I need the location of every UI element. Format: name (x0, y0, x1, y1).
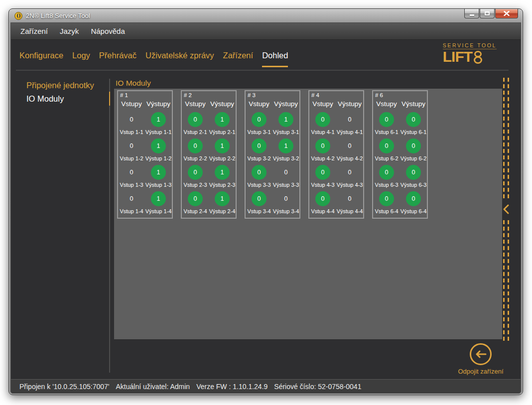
green-indicator-circle: 0 (252, 191, 266, 206)
app-icon (14, 12, 22, 20)
output-value: 1 (209, 110, 236, 129)
module-id: # 4 (309, 91, 363, 99)
input-label: Vstup 2-2 (182, 155, 209, 163)
outputs-column-header: Výstupy (272, 99, 299, 110)
tab-logy[interactable]: Logy (72, 51, 90, 67)
menu-bar: ZařízeníJazykNápověda (11, 23, 521, 40)
output-value: 0 (336, 136, 363, 155)
green-indicator-circle: 0 (188, 165, 203, 180)
inputs-column-header: Vstupy (118, 99, 145, 110)
output-label: Výstup 6-2 (400, 155, 427, 163)
green-indicator-circle: 1 (215, 112, 230, 127)
logo-eight-icon (474, 51, 482, 64)
outputs-column-header: Výstupy (209, 99, 236, 110)
output-value: 0 (400, 163, 427, 181)
input-value: 0 (182, 163, 209, 181)
status-segment: Sériové číslo: 52-0758-0041 (274, 383, 361, 391)
output-label: Výstup 2-3 (209, 181, 236, 189)
status-segment: Aktuální uživatel: Admin (116, 383, 190, 391)
right-panel-collapse-handle[interactable] (503, 78, 511, 343)
input-value: 0 (246, 136, 272, 155)
menu-n-pov-da[interactable]: Nápověda (85, 23, 131, 39)
minimize-button[interactable] (464, 9, 479, 18)
close-button[interactable] (495, 9, 518, 18)
sidebar-active-indicator (109, 92, 110, 106)
chevron-left-icon[interactable] (502, 200, 510, 220)
outputs-column-header: Výstupy (336, 99, 363, 110)
output-value: 1 (272, 110, 299, 129)
output-value: 1 (145, 110, 172, 129)
sidebar-divider (109, 79, 110, 373)
lift8-logo: SERVICE TOOL LIFT (443, 42, 497, 64)
input-label: Vstup 1-1 (118, 129, 145, 136)
input-label: Vstup 3-2 (246, 155, 272, 163)
input-label: Vstup 2-3 (182, 181, 209, 189)
module-id: # 2 (182, 91, 236, 99)
menu-jazyk[interactable]: Jazyk (54, 23, 85, 39)
green-indicator-circle: 1 (278, 112, 293, 127)
green-indicator-circle: 0 (406, 191, 421, 206)
input-label: Vstup 4-3 (309, 181, 336, 189)
green-indicator-circle: 1 (151, 165, 166, 180)
input-value: 0 (309, 163, 336, 181)
tab-konfigurace[interactable]: Konfigurace (19, 51, 63, 67)
input-value: 0 (246, 163, 272, 181)
minimize-icon (470, 14, 474, 16)
window-controls (464, 9, 518, 18)
output-value: 1 (145, 136, 172, 155)
input-label: Vstup 3-1 (246, 129, 272, 136)
tab-u-ivatelsk-zpr-vy[interactable]: Uživatelské zprávy (145, 51, 214, 67)
io-module-card: # 2 VstupyVýstupy01Vstup 2-1Výstup 2-101… (181, 90, 237, 219)
output-label: Výstup 4-1 (336, 129, 363, 136)
maximize-icon (485, 11, 490, 15)
green-indicator-circle: 0 (252, 138, 266, 153)
sidebar-item-io-moduly[interactable]: IO Moduly (26, 92, 94, 106)
tab-separator (16, 70, 509, 71)
io-module-card: # 4 VstupyVýstupy00Vstup 4-1Výstup 4-100… (308, 90, 364, 219)
green-indicator-circle: 0 (188, 191, 203, 206)
close-icon (504, 11, 510, 16)
io-module-card: # 1 VstupyVýstupy01Vstup 1-1Výstup 1-101… (117, 90, 173, 219)
green-indicator-circle: 1 (215, 138, 230, 153)
tab-p-ehr-va[interactable]: Přehrávač (99, 51, 136, 67)
output-value: 1 (145, 163, 172, 181)
output-label: Výstup 2-2 (209, 155, 236, 163)
inputs-column-header: Vstupy (246, 99, 272, 110)
output-value: 0 (400, 136, 427, 155)
disconnect-device-button[interactable]: Odpojit zařízení (448, 343, 514, 375)
io-module-card: # 3 VstupyVýstupy01Vstup 3-1Výstup 3-101… (245, 90, 300, 219)
output-value: 1 (145, 189, 172, 208)
sidebar-item-p-ipojen-jednotky[interactable]: Připojené jednotky (26, 79, 94, 92)
input-value: 0 (373, 136, 400, 155)
output-label: Výstup 6-3 (400, 181, 427, 189)
output-value: 0 (400, 189, 427, 208)
tab-bar: KonfiguraceLogyPřehrávačUživatelské zprá… (19, 51, 288, 67)
input-value: 0 (118, 110, 145, 129)
logo-lift-text: LIFT (443, 50, 472, 64)
menu-za-zen[interactable]: Zařízení (14, 23, 54, 39)
arrow-left-circle-icon (470, 343, 492, 365)
output-label: Výstup 6-4 (400, 208, 427, 216)
title-bar[interactable]: 2N® Lift8 Service Tool (10, 9, 521, 22)
green-indicator-circle: 0 (406, 112, 421, 127)
status-segment: Připojen k '10.0.25.105:7007' (19, 383, 109, 391)
input-value: 0 (373, 163, 400, 181)
input-label: Vstup 1-3 (118, 181, 145, 189)
green-indicator-circle: 1 (151, 191, 166, 206)
module-id: # 3 (246, 91, 299, 99)
green-indicator-circle: 0 (315, 112, 330, 127)
input-value: 0 (373, 189, 400, 208)
input-label: Vstup 6-1 (373, 129, 400, 136)
status-segment: Verze FW : 1.10.1.24.9 (196, 383, 267, 391)
input-label: Vstup 4-4 (309, 208, 336, 216)
input-value: 0 (118, 189, 145, 208)
input-value: 0 (182, 189, 209, 208)
green-indicator-circle: 0 (315, 165, 330, 180)
output-label: Výstup 2-1 (209, 129, 236, 136)
maximize-button[interactable] (480, 9, 495, 18)
tab-dohled[interactable]: Dohled (262, 51, 288, 67)
green-indicator-circle: 0 (379, 191, 394, 206)
output-label: Výstup 3-4 (272, 208, 299, 216)
inputs-column-header: Vstupy (373, 99, 400, 110)
tab-za-zen[interactable]: Zařízení (223, 51, 254, 67)
